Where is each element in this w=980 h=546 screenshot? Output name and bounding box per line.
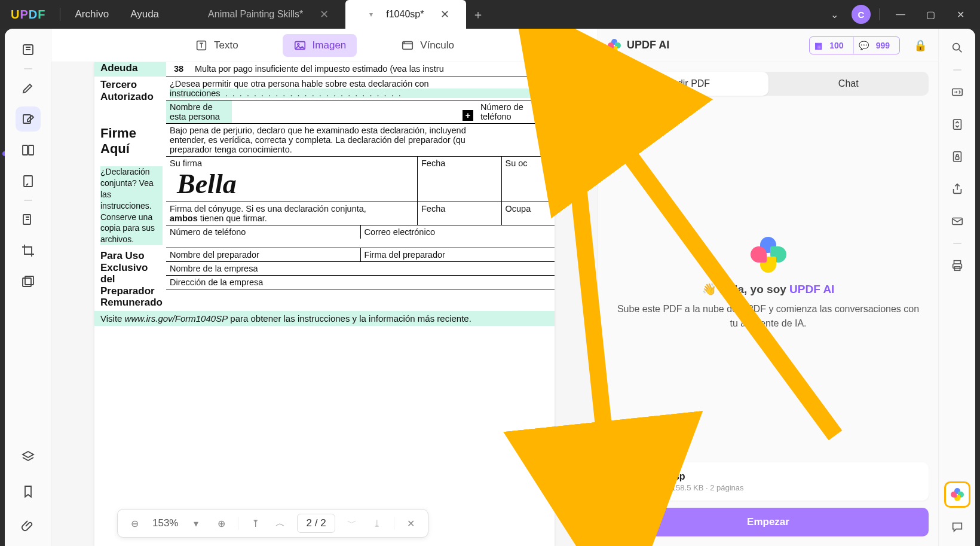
field-label: Fecha [417, 156, 501, 202]
zoom-dropdown[interactable]: ▾ [188, 515, 204, 532]
svg-point-10 [297, 43, 299, 45]
credits-badge[interactable]: ▦ 100 💬 999 [809, 36, 900, 54]
print-icon[interactable] [947, 255, 968, 276]
ai-panel: UPDF AI ▦ 100 💬 999 🔒 Pedir PDF Chat 👋 H… [598, 29, 938, 546]
pdf-page: Adeuda 38 Multa por pago insuficiente de… [94, 62, 555, 546]
edit-text-button[interactable]: Texto [184, 34, 249, 57]
reader-icon[interactable] [16, 37, 41, 62]
divider [24, 200, 32, 201]
svg-rect-4 [24, 176, 32, 187]
share-icon[interactable] [947, 178, 968, 200]
svg-rect-3 [29, 145, 33, 155]
crop-icon[interactable] [16, 238, 41, 263]
maximize-button[interactable]: ▢ [918, 4, 943, 25]
batch-icon[interactable] [16, 269, 41, 294]
panel-title: UPDF AI [627, 39, 803, 51]
add-tab-button[interactable]: ＋ [466, 0, 490, 29]
start-button[interactable]: Empezar [608, 508, 929, 536]
pdf-icon: ▲PDF [617, 469, 641, 493]
zoom-in-button[interactable]: ⊕ [213, 515, 229, 532]
chevron-down-icon[interactable]: ⌄ [822, 4, 847, 25]
svg-rect-17 [956, 157, 959, 160]
zoom-level: 153% [152, 517, 178, 529]
line-number: 38 [166, 62, 191, 77]
file-name: f1040sp [650, 471, 744, 482]
next-page-button[interactable]: ﹀ [344, 515, 360, 532]
bookmark-icon[interactable] [16, 479, 41, 504]
right-toolbar [938, 29, 975, 546]
file-card: ▲PDF f1040sp PDF · 158.5 KB · 2 páginas [608, 462, 929, 501]
tab-chat[interactable]: Chat [768, 72, 929, 96]
svg-rect-15 [953, 120, 961, 130]
page-input[interactable]: 2 / 2 [297, 514, 335, 533]
updf-logo-icon [608, 39, 621, 52]
menu-ayuda[interactable]: Ayuda [120, 8, 170, 20]
document-viewport[interactable]: Adeuda 38 Multa por pago insuficiente de… [51, 62, 598, 546]
zoom-out-button[interactable]: ⊖ [126, 515, 143, 532]
plus-icon[interactable]: + [463, 110, 473, 121]
tab-label: f1040sp* [386, 9, 424, 20]
comment-icon[interactable] [947, 516, 968, 538]
greeting: 👋 Hola, yo soy UPDF AI [702, 282, 835, 296]
layers-icon[interactable] [16, 444, 41, 469]
greeting-message: Sube este PDF a la nube de UPDF y comien… [615, 302, 921, 331]
pages-icon[interactable] [16, 138, 41, 163]
attachment-icon[interactable] [16, 514, 41, 539]
first-page-button[interactable]: ⤒ [247, 515, 264, 532]
svg-point-12 [404, 42, 405, 42]
field-label: Su oc [501, 156, 555, 202]
ai-toggle-button[interactable] [944, 481, 970, 508]
prev-page-button[interactable]: ︿ [272, 515, 289, 532]
field-label: Su firma [170, 158, 414, 168]
divider [953, 69, 961, 71]
field-label: Número de teléfono [477, 100, 555, 123]
input-field[interactable]: + [232, 100, 477, 123]
edit-icon[interactable] [16, 106, 41, 132]
tab-inactive[interactable]: Animal Painting Skills* ✕ [184, 0, 345, 29]
divider [60, 8, 60, 21]
redact-icon[interactable] [16, 207, 41, 232]
mail-icon[interactable] [947, 211, 968, 232]
svg-rect-2 [23, 145, 27, 155]
search-icon[interactable] [947, 37, 968, 59]
divider [879, 8, 880, 20]
convert-icon[interactable] [947, 114, 968, 135]
divider [24, 68, 32, 69]
close-button[interactable]: ✕ [948, 4, 973, 25]
tab-pedir-pdf[interactable]: Pedir PDF [608, 72, 768, 96]
menu-archivo[interactable]: Archivo [64, 8, 120, 20]
app-logo: UPDF [0, 8, 56, 22]
protect-icon[interactable] [947, 146, 968, 167]
edit-link-button[interactable]: Vínculo [390, 34, 465, 57]
lock-icon[interactable]: 🔒 [912, 37, 929, 54]
close-icon[interactable]: ✕ [440, 8, 449, 21]
edit-image-button[interactable]: Imagen [283, 34, 357, 57]
chevron-down-icon[interactable]: ▾ [369, 10, 373, 19]
line-text: Multa por pago insuficiente del impuesto… [191, 62, 555, 77]
svg-rect-19 [954, 261, 960, 264]
divider [953, 243, 961, 244]
tab-active[interactable]: ▾ f1040sp* ✕ [345, 0, 466, 29]
minimize-button[interactable]: — [888, 4, 913, 25]
ocr-icon[interactable] [947, 81, 968, 103]
close-pager-button[interactable]: ✕ [403, 515, 419, 532]
svg-point-13 [953, 44, 959, 50]
updf-logo-icon [751, 237, 786, 273]
tab-label: Animal Painting Skills* [208, 9, 303, 20]
signature: Bella [170, 168, 414, 200]
left-toolbar [5, 29, 51, 546]
pager-toolbar: ⊖ 153% ▾ ⊕ ⤒ ︿ 2 / 2 ﹀ ⤓ ✕ [117, 509, 428, 538]
avatar[interactable]: C [852, 5, 871, 24]
close-icon[interactable]: ✕ [320, 8, 329, 21]
field-label: Nombre de esta persona [166, 100, 232, 123]
highlighter-icon[interactable] [16, 75, 41, 100]
last-page-button[interactable]: ⤓ [369, 515, 385, 532]
form-icon[interactable] [16, 169, 41, 194]
file-detail: PDF · 158.5 KB · 2 páginas [650, 483, 744, 492]
svg-rect-14 [952, 89, 962, 96]
edit-subbar: Texto Imagen Vínculo [51, 29, 598, 62]
